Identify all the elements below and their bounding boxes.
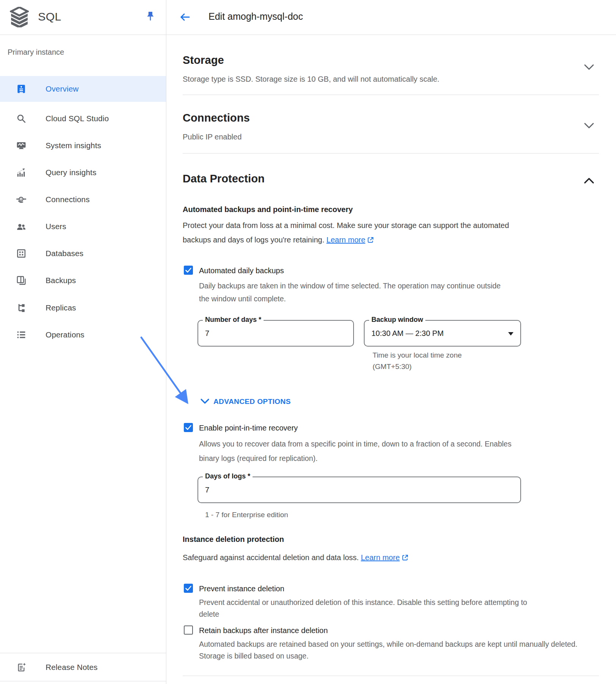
number-of-days-field[interactable]: Number of days * (197, 320, 354, 347)
sidebar-item-label: Replicas (46, 303, 76, 312)
days-of-logs-input[interactable] (198, 486, 456, 494)
back-arrow-icon[interactable] (179, 11, 191, 23)
sidebar-item-release-notes[interactable]: Release Notes (0, 654, 166, 680)
connections-section-title: Connections (183, 112, 250, 124)
sidebar-item-cloud-sql-studio[interactable]: Cloud SQL Studio (0, 106, 166, 131)
sidebar-item-connections[interactable]: Connections (0, 187, 166, 212)
sidebar-item-overview[interactable]: Overview (0, 76, 166, 102)
sidebar-item-label: Query insights (46, 168, 96, 177)
sidebar-item-label: System insights (46, 141, 101, 150)
databases-icon (16, 248, 27, 259)
advanced-options-button[interactable]: ADVANCED OPTIONS (213, 397, 291, 406)
sidebar-footer-divider-bottom (0, 681, 166, 681)
sidebar-item-databases[interactable]: Databases (0, 241, 166, 266)
point-in-time-recovery-checkbox[interactable] (184, 423, 193, 432)
data-protection-section-title: Data Protection (183, 173, 265, 185)
prevent-instance-deletion-label: Prevent instance deletion (199, 584, 284, 593)
retain-backups-description: Automated backups are retained based on … (199, 638, 581, 662)
backup-window-value: 10:30 AM — 2:30 PM (365, 329, 489, 338)
point-in-time-recovery-label: Enable point-in-time recovery (199, 424, 298, 432)
automated-backups-description: Protect your data from loss at a minimal… (183, 218, 526, 248)
backup-window-field[interactable]: Backup window 10:30 AM — 2:30 PM (364, 320, 521, 347)
sidebar-item-backups[interactable]: Backups (0, 268, 166, 293)
prevent-instance-deletion-description: Prevent accidental or unauthorized delet… (199, 597, 533, 620)
query-insights-icon (16, 167, 27, 178)
prevent-instance-deletion-checkbox[interactable] (184, 584, 193, 593)
header-divider (0, 35, 616, 35)
connections-section-description: Public IP enabled (183, 133, 242, 141)
product-title: SQL (38, 10, 62, 23)
release-notes-icon (16, 662, 27, 673)
sidebar-item-operations[interactable]: Operations (0, 322, 166, 347)
overview-icon (16, 84, 27, 94)
learn-more-link[interactable]: Learn more (327, 236, 365, 244)
automated-daily-backups-checkbox[interactable] (184, 266, 193, 275)
deletion-protection-description: Safeguard against accidental deletion an… (183, 551, 585, 565)
system-insights-icon (16, 140, 27, 151)
sidebar-item-label: Cloud SQL Studio (46, 114, 109, 123)
number-of-days-label: Number of days * (203, 316, 264, 324)
sidebar-footer-divider-top (0, 653, 166, 653)
section-divider (183, 676, 599, 676)
sidebar-item-label: Users (46, 222, 66, 231)
learn-more-link[interactable]: Learn more (361, 553, 400, 562)
sidebar-item-label: Overview (46, 84, 79, 93)
storage-section-title: Storage (183, 54, 224, 66)
chevron-up-icon[interactable] (584, 177, 594, 185)
operations-icon (16, 329, 27, 340)
days-of-logs-label: Days of logs * (203, 472, 253, 480)
search-icon (16, 113, 27, 124)
dropdown-arrow-icon (508, 332, 513, 336)
sidebar-item-system-insights[interactable]: System insights (0, 133, 166, 158)
connections-icon (16, 194, 27, 205)
backup-window-helper: Time is your local time zone (GMT+5:30) (373, 350, 477, 372)
automated-backups-heading: Automated backups and point-in-time reco… (183, 205, 353, 214)
days-of-logs-helper: 1 - 7 for Enterprise edition (205, 509, 288, 521)
section-divider (183, 153, 599, 154)
sidebar-item-replicas[interactable]: Replicas (0, 295, 166, 320)
page-title: Edit amogh-mysql-doc (208, 11, 303, 22)
pin-icon[interactable] (146, 11, 155, 24)
sidebar: SQL Primary instance Overview Cloud SQL … (0, 0, 166, 684)
chevron-down-icon[interactable] (584, 64, 594, 72)
automated-daily-backups-description: Daily backups are taken in the window of… (199, 279, 507, 305)
external-link-icon (401, 552, 409, 565)
storage-section-description: Storage type is SSD. Storage size is 10 … (183, 75, 439, 84)
sidebar-item-users[interactable]: Users (0, 214, 166, 239)
number-of-days-input[interactable] (198, 329, 322, 338)
sidebar-item-label: Release Notes (46, 663, 98, 672)
sidebar-item-label: Operations (46, 330, 84, 339)
replicas-icon (16, 302, 27, 313)
sidebar-item-label: Connections (46, 195, 90, 204)
automated-daily-backups-label: Automated daily backups (199, 266, 284, 275)
users-icon (16, 221, 27, 232)
backup-window-label: Backup window (369, 316, 425, 324)
retain-backups-checkbox[interactable] (184, 625, 193, 635)
sidebar-border (166, 0, 166, 684)
external-link-icon (367, 234, 374, 248)
section-divider (183, 95, 599, 95)
retain-backups-label: Retain backups after instance deletion (199, 626, 328, 635)
sidebar-item-query-insights[interactable]: Query insights (0, 160, 166, 185)
deletion-protection-heading: Instance deletion protection (183, 535, 284, 544)
sidebar-item-label: Databases (46, 249, 84, 258)
advanced-options-chevron-icon[interactable] (200, 398, 210, 406)
point-in-time-recovery-description: Allows you to recover data from a specif… (199, 437, 522, 466)
chevron-down-icon[interactable] (584, 122, 594, 131)
sql-logo-icon (10, 7, 29, 27)
days-of-logs-field[interactable]: Days of logs * (197, 477, 521, 503)
sidebar-item-label: Backups (46, 276, 76, 285)
backups-icon (16, 275, 27, 286)
sidebar-section-label: Primary instance (8, 48, 64, 57)
